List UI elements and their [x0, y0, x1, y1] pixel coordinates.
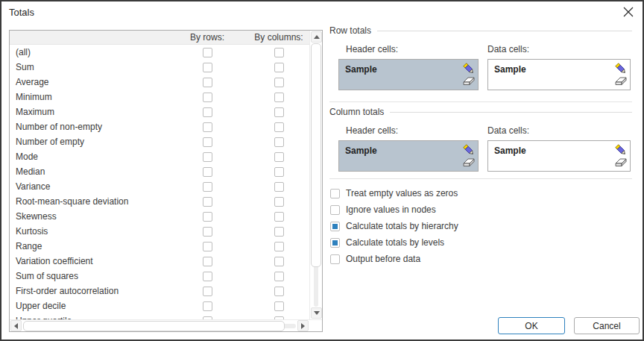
option-checkbox[interactable] [330, 254, 340, 264]
clear-style-button[interactable] [614, 74, 628, 87]
list-item-label: Mode [10, 151, 166, 162]
by-columns-checkbox[interactable] [274, 167, 284, 177]
scroll-right-button[interactable] [297, 320, 309, 331]
scroll-down-button[interactable] [311, 307, 322, 319]
horizontal-scroll-track[interactable] [23, 321, 296, 331]
list-item-label: Maximum [10, 107, 166, 117]
column-header-cells-sample: Sample [338, 140, 479, 172]
checkbox-cell [166, 301, 248, 311]
by-columns-checkbox[interactable] [274, 93, 284, 102]
horizontal-scroll-thumb[interactable] [23, 321, 285, 331]
by-rows-checkbox[interactable] [203, 48, 212, 57]
list-item[interactable]: Range [10, 239, 309, 254]
list-item[interactable]: (all) [10, 45, 309, 60]
row-data-cells-label: Data cells: [487, 44, 631, 54]
by-rows-checkbox[interactable] [203, 182, 212, 192]
group-title-line [390, 112, 632, 113]
by-columns-checkbox[interactable] [274, 197, 284, 207]
clear-style-button[interactable] [462, 74, 476, 87]
by-rows-checkbox[interactable] [203, 272, 212, 281]
by-columns-checkbox[interactable] [274, 182, 284, 192]
list-item[interactable]: Upper decile [10, 298, 309, 313]
sample-text: Sample [345, 146, 377, 156]
by-columns-checkbox[interactable] [274, 152, 284, 162]
vertical-scrollbar[interactable] [309, 31, 322, 319]
checkbox-cell [166, 152, 248, 162]
by-rows-checkbox[interactable] [203, 301, 212, 311]
vertical-scroll-track[interactable] [311, 43, 321, 307]
by-columns-checkbox[interactable] [274, 242, 284, 251]
checkbox-cell [248, 137, 309, 147]
option-checkbox[interactable] [330, 205, 340, 215]
right-panel: Row totals Header cells: Data cells: Sam… [329, 25, 632, 267]
list-item[interactable]: Minimum [10, 90, 309, 104]
list-item[interactable]: Number of non-empty [10, 119, 309, 134]
by-columns-checkbox[interactable] [274, 212, 284, 222]
list-item[interactable]: Sum of squares [10, 269, 309, 284]
scroll-left-button[interactable] [10, 320, 22, 331]
clear-style-button[interactable] [614, 155, 628, 169]
scroll-up-button[interactable] [311, 31, 322, 43]
checkbox-cell [166, 272, 248, 281]
list-item[interactable]: Maximum [10, 104, 309, 119]
list-item[interactable]: Variation coefficient [10, 254, 309, 269]
list-item[interactable]: First-order autocorrelation [10, 284, 309, 298]
column-totals-title: Column totals [329, 107, 384, 117]
by-rows-checkbox[interactable] [203, 63, 212, 72]
row-totals-title: Row totals [329, 25, 371, 36]
by-rows-checkbox[interactable] [203, 212, 212, 222]
by-rows-checkbox[interactable] [203, 242, 212, 251]
by-columns-checkbox[interactable] [274, 122, 284, 132]
ok-button[interactable]: OK [498, 317, 565, 334]
by-rows-checkbox[interactable] [203, 137, 212, 147]
by-rows-checkbox[interactable] [203, 257, 212, 266]
by-columns-checkbox[interactable] [274, 287, 284, 296]
triangle-down-icon [314, 311, 320, 315]
by-rows-checkbox[interactable] [203, 197, 212, 207]
horizontal-scrollbar[interactable] [10, 320, 309, 331]
list-item[interactable]: Median [10, 164, 309, 179]
by-rows-checkbox[interactable] [203, 122, 212, 132]
by-rows-column-header: By rows: [166, 32, 248, 43]
option-checkbox[interactable] [330, 222, 340, 231]
by-columns-checkbox[interactable] [274, 63, 284, 72]
by-rows-checkbox[interactable] [203, 78, 212, 87]
list-item[interactable]: Root-mean-square deviation [10, 194, 309, 209]
list-item[interactable]: Upper quartile [10, 313, 309, 319]
list-item-label: Number of non-empty [10, 122, 166, 132]
by-rows-checkbox[interactable] [203, 107, 212, 117]
list-item[interactable]: Number of empty [10, 134, 309, 149]
option-checkbox[interactable] [330, 238, 340, 248]
list-item-label: Number of empty [10, 137, 166, 147]
list-item-label: Sum [10, 62, 166, 72]
list-item[interactable]: Mode [10, 149, 309, 164]
by-columns-checkbox[interactable] [274, 272, 284, 281]
by-columns-checkbox[interactable] [274, 301, 284, 311]
checkbox-cell [166, 48, 248, 57]
by-columns-checkbox[interactable] [274, 107, 284, 117]
list-item[interactable]: Average [10, 75, 309, 90]
by-columns-checkbox[interactable] [274, 227, 284, 237]
checkbox-cell [166, 242, 248, 251]
list-item[interactable]: Variance [10, 179, 309, 194]
by-rows-checkbox[interactable] [203, 167, 212, 177]
checkbox-cell [248, 227, 309, 237]
by-columns-checkbox[interactable] [274, 257, 284, 266]
list-item[interactable]: Skewness [10, 209, 309, 224]
list-item[interactable]: Kurtosis [10, 224, 309, 239]
by-rows-checkbox[interactable] [203, 93, 212, 102]
cancel-button[interactable]: Cancel [574, 317, 640, 334]
by-columns-checkbox[interactable] [274, 48, 284, 57]
by-rows-checkbox[interactable] [203, 152, 212, 162]
clear-style-button[interactable] [462, 155, 476, 169]
vertical-scroll-thumb[interactable] [311, 43, 321, 267]
list-item[interactable]: Sum [10, 60, 309, 75]
by-columns-checkbox[interactable] [274, 137, 284, 147]
option-checkbox[interactable] [330, 189, 340, 198]
by-rows-checkbox[interactable] [203, 227, 212, 237]
close-button[interactable] [622, 6, 635, 19]
list-item-label: Median [10, 166, 166, 177]
by-columns-checkbox[interactable] [274, 78, 284, 87]
by-rows-checkbox[interactable] [203, 287, 212, 296]
column-data-cells-sample: Sample [487, 140, 631, 172]
